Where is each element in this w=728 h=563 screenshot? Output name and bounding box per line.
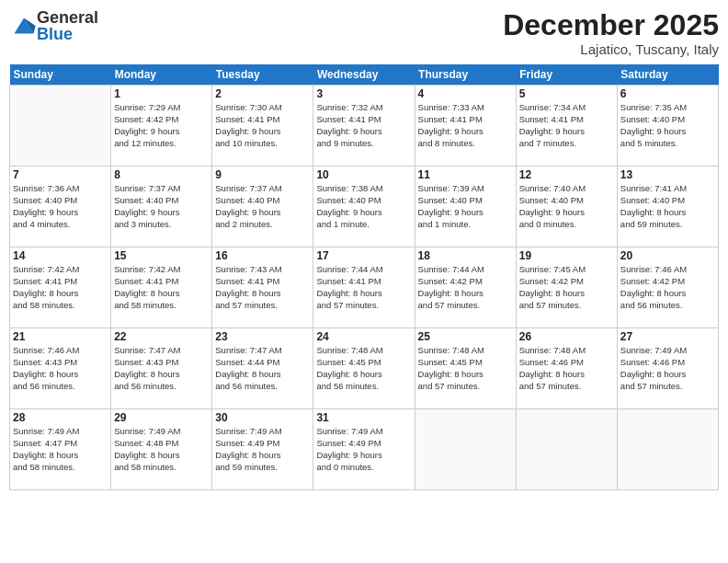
cal-cell: 16Sunrise: 7:43 AM Sunset: 4:41 PM Dayli… [212,247,313,328]
cal-cell: 5Sunrise: 7:34 AM Sunset: 4:41 PM Daylig… [516,86,617,167]
week-row-1: 7Sunrise: 7:36 AM Sunset: 4:40 PM Daylig… [10,167,719,247]
day-number: 8 [114,168,209,181]
day-info: Sunrise: 7:35 AM Sunset: 4:40 PM Dayligh… [620,102,715,149]
cal-cell: 28Sunrise: 7:49 AM Sunset: 4:47 PM Dayli… [10,409,111,490]
day-info: Sunrise: 7:38 AM Sunset: 4:40 PM Dayligh… [316,183,411,230]
cal-cell: 15Sunrise: 7:42 AM Sunset: 4:41 PM Dayli… [111,247,212,328]
day-info: Sunrise: 7:49 AM Sunset: 4:46 PM Dayligh… [620,345,715,392]
day-info: Sunrise: 7:30 AM Sunset: 4:41 PM Dayligh… [215,102,310,149]
day-info: Sunrise: 7:42 AM Sunset: 4:41 PM Dayligh… [13,264,108,311]
day-number: 21 [13,330,108,343]
day-info: Sunrise: 7:49 AM Sunset: 4:48 PM Dayligh… [114,426,209,473]
week-row-2: 14Sunrise: 7:42 AM Sunset: 4:41 PM Dayli… [10,247,719,328]
logo-blue-text: Blue [37,25,73,43]
day-info: Sunrise: 7:37 AM Sunset: 4:40 PM Dayligh… [215,183,310,230]
calendar-title: December 2025 [503,9,719,41]
day-number: 19 [519,249,614,262]
day-number: 22 [114,330,209,343]
day-number: 3 [316,87,411,100]
day-info: Sunrise: 7:36 AM Sunset: 4:40 PM Dayligh… [13,183,108,230]
day-info: Sunrise: 7:33 AM Sunset: 4:41 PM Dayligh… [418,102,513,149]
logo-general-text: General [37,8,98,27]
cal-cell: 3Sunrise: 7:32 AM Sunset: 4:41 PM Daylig… [313,86,415,167]
day-info: Sunrise: 7:42 AM Sunset: 4:41 PM Dayligh… [114,264,209,311]
cal-cell: 10Sunrise: 7:38 AM Sunset: 4:40 PM Dayli… [313,167,415,247]
cal-cell: 11Sunrise: 7:39 AM Sunset: 4:40 PM Dayli… [415,167,516,247]
cal-cell: 22Sunrise: 7:47 AM Sunset: 4:43 PM Dayli… [111,328,212,409]
day-info: Sunrise: 7:41 AM Sunset: 4:40 PM Dayligh… [620,183,715,230]
cal-cell: 4Sunrise: 7:33 AM Sunset: 4:41 PM Daylig… [415,86,516,167]
day-info: Sunrise: 7:48 AM Sunset: 4:45 PM Dayligh… [316,345,411,392]
day-info: Sunrise: 7:34 AM Sunset: 4:41 PM Dayligh… [519,102,614,149]
cal-cell: 13Sunrise: 7:41 AM Sunset: 4:40 PM Dayli… [617,167,718,247]
cal-cell: 29Sunrise: 7:49 AM Sunset: 4:48 PM Dayli… [111,409,212,490]
cal-cell [415,409,516,490]
day-info: Sunrise: 7:49 AM Sunset: 4:49 PM Dayligh… [316,426,411,473]
cal-cell: 14Sunrise: 7:42 AM Sunset: 4:41 PM Dayli… [10,247,111,328]
cal-cell: 20Sunrise: 7:46 AM Sunset: 4:42 PM Dayli… [617,247,718,328]
day-info: Sunrise: 7:44 AM Sunset: 4:42 PM Dayligh… [418,264,513,311]
day-number: 23 [215,330,310,343]
day-headers-row: SundayMondayTuesdayWednesdayThursdayFrid… [10,64,719,86]
day-info: Sunrise: 7:48 AM Sunset: 4:45 PM Dayligh… [418,345,513,392]
cal-cell: 23Sunrise: 7:47 AM Sunset: 4:44 PM Dayli… [212,328,313,409]
cal-cell: 17Sunrise: 7:44 AM Sunset: 4:41 PM Dayli… [313,247,415,328]
cal-cell: 24Sunrise: 7:48 AM Sunset: 4:45 PM Dayli… [313,328,415,409]
cal-cell: 18Sunrise: 7:44 AM Sunset: 4:42 PM Dayli… [415,247,516,328]
cal-cell [516,409,617,490]
day-number: 9 [215,168,310,181]
logo: General Blue [9,9,98,42]
cal-cell: 8Sunrise: 7:37 AM Sunset: 4:40 PM Daylig… [111,167,212,247]
day-info: Sunrise: 7:39 AM Sunset: 4:40 PM Dayligh… [418,183,513,230]
calendar-table: SundayMondayTuesdayWednesdayThursdayFrid… [9,64,719,490]
cal-cell: 2Sunrise: 7:30 AM Sunset: 4:41 PM Daylig… [212,86,313,167]
day-info: Sunrise: 7:47 AM Sunset: 4:44 PM Dayligh… [215,345,310,392]
day-number: 7 [13,168,108,181]
cal-cell: 30Sunrise: 7:49 AM Sunset: 4:49 PM Dayli… [212,409,313,490]
day-number: 6 [620,87,715,100]
day-info: Sunrise: 7:45 AM Sunset: 4:42 PM Dayligh… [519,264,614,311]
day-number: 11 [418,168,513,181]
day-info: Sunrise: 7:49 AM Sunset: 4:47 PM Dayligh… [13,426,108,473]
cal-cell: 27Sunrise: 7:49 AM Sunset: 4:46 PM Dayli… [617,328,718,409]
day-header-tuesday: Tuesday [212,64,313,86]
day-number: 13 [620,168,715,181]
day-header-sunday: Sunday [10,64,111,86]
day-number: 24 [316,330,411,343]
cal-cell: 31Sunrise: 7:49 AM Sunset: 4:49 PM Dayli… [313,409,415,490]
cal-cell: 7Sunrise: 7:36 AM Sunset: 4:40 PM Daylig… [10,167,111,247]
day-number: 2 [215,87,310,100]
day-number: 30 [215,411,310,424]
cal-cell [10,86,111,167]
day-number: 1 [114,87,209,100]
day-number: 14 [13,249,108,262]
day-number: 25 [418,330,513,343]
day-number: 20 [620,249,715,262]
day-info: Sunrise: 7:43 AM Sunset: 4:41 PM Dayligh… [215,264,310,311]
calendar-subtitle: Lajatico, Tuscany, Italy [503,41,719,57]
cal-cell [617,409,718,490]
day-header-wednesday: Wednesday [313,64,415,86]
cal-cell: 6Sunrise: 7:35 AM Sunset: 4:40 PM Daylig… [617,86,718,167]
day-header-friday: Friday [516,64,617,86]
day-info: Sunrise: 7:46 AM Sunset: 4:43 PM Dayligh… [13,345,108,392]
cal-cell: 21Sunrise: 7:46 AM Sunset: 4:43 PM Dayli… [10,328,111,409]
day-info: Sunrise: 7:37 AM Sunset: 4:40 PM Dayligh… [114,183,209,230]
day-number: 12 [519,168,614,181]
cal-cell: 25Sunrise: 7:48 AM Sunset: 4:45 PM Dayli… [415,328,516,409]
day-info: Sunrise: 7:49 AM Sunset: 4:49 PM Dayligh… [215,426,310,473]
cal-cell: 26Sunrise: 7:48 AM Sunset: 4:46 PM Dayli… [516,328,617,409]
day-header-monday: Monday [111,64,212,86]
day-info: Sunrise: 7:46 AM Sunset: 4:42 PM Dayligh… [620,264,715,311]
cal-cell: 12Sunrise: 7:40 AM Sunset: 4:40 PM Dayli… [516,167,617,247]
cal-cell: 19Sunrise: 7:45 AM Sunset: 4:42 PM Dayli… [516,247,617,328]
page: General Blue December 2025 Lajatico, Tus… [0,0,728,563]
day-number: 15 [114,249,209,262]
day-number: 27 [620,330,715,343]
day-number: 17 [316,249,411,262]
day-info: Sunrise: 7:48 AM Sunset: 4:46 PM Dayligh… [519,345,614,392]
week-row-3: 21Sunrise: 7:46 AM Sunset: 4:43 PM Dayli… [10,328,719,409]
day-info: Sunrise: 7:47 AM Sunset: 4:43 PM Dayligh… [114,345,209,392]
day-info: Sunrise: 7:32 AM Sunset: 4:41 PM Dayligh… [316,102,411,149]
day-header-saturday: Saturday [617,64,718,86]
